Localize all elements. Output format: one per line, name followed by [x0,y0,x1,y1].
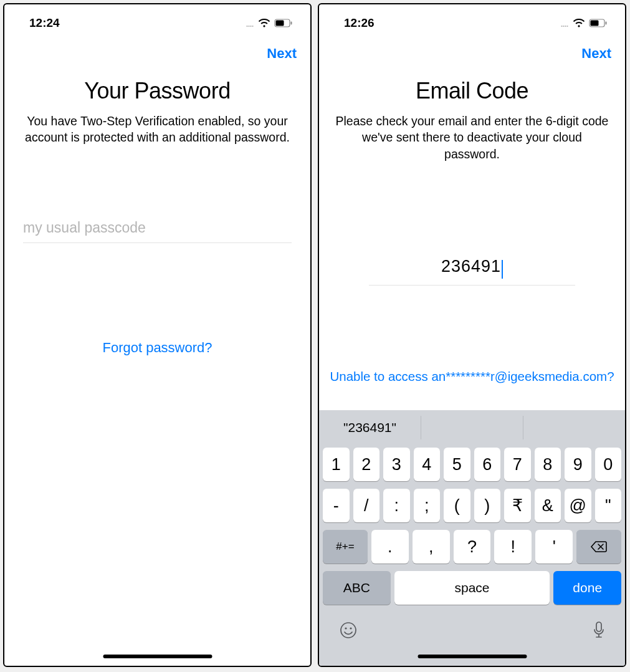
wifi-icon [258,19,270,28]
key-paren-open[interactable]: ( [444,489,470,522]
cellular-dots-icon: .... [246,17,253,30]
key-4[interactable]: 4 [414,448,441,481]
key-semicolon[interactable]: ; [414,489,441,522]
password-placeholder: my usual passcode [23,219,146,236]
key-colon[interactable]: : [383,489,410,522]
svg-point-6 [341,623,356,638]
status-indicators: .... [246,17,293,30]
suggestion-empty[interactable] [421,416,523,439]
mic-icon[interactable] [593,621,605,640]
key-2[interactable]: 2 [353,448,380,481]
keyboard-row-3: #+= . , ? ! ' [319,530,625,564]
keyboard-row-2: - / : ; ( ) ₹ & @ " [319,489,625,522]
page-title: Email Code [319,78,625,104]
page-subtitle: Please check your email and enter the 6-… [319,104,625,162]
next-button[interactable]: Next [581,46,611,62]
status-time: 12:24 [29,16,60,30]
svg-rect-5 [606,22,607,25]
keyboard-row-4: ABC space done [319,571,625,605]
key-quote[interactable]: " [595,489,622,522]
emoji-icon[interactable] [339,621,358,640]
key-paren-close[interactable]: ) [474,489,501,522]
key-slash[interactable]: / [353,489,380,522]
svg-rect-9 [596,622,601,631]
svg-point-8 [350,627,351,629]
status-time: 12:26 [344,16,375,30]
unable-access-link[interactable]: Unable to access an*********r@igeeksmedi… [319,369,625,384]
key-dash[interactable]: - [323,489,350,522]
keyboard: "236491" 1 2 3 4 5 6 7 8 9 0 - / : ; ( )… [319,410,625,666]
forgot-password-link[interactable]: Forgot password? [4,340,310,356]
page-subtitle: You have Two-Step Verification enabled, … [4,104,310,146]
key-0[interactable]: 0 [595,448,622,481]
keyboard-row-1: 1 2 3 4 5 6 7 8 9 0 [319,448,625,481]
nav-bar: Next [4,34,310,67]
code-input[interactable]: 236491 [369,257,575,286]
svg-rect-4 [591,21,599,26]
phone-screen-emailcode: 12:26 .... Next Email Code Please check … [318,3,626,667]
svg-rect-2 [291,22,292,25]
status-bar: 12:24 .... [4,4,310,34]
next-button[interactable]: Next [267,46,297,62]
home-indicator[interactable] [103,655,212,658]
battery-icon [589,19,608,27]
nav-bar: Next [319,34,625,67]
key-at[interactable]: @ [565,489,591,522]
key-question[interactable]: ? [454,530,491,564]
key-3[interactable]: 3 [383,448,410,481]
code-value: 236491 [441,257,501,276]
key-rupee[interactable]: ₹ [504,489,531,522]
text-cursor [502,260,503,279]
key-5[interactable]: 5 [444,448,470,481]
cellular-dots-icon: .... [560,17,568,30]
key-period[interactable]: . [371,530,409,564]
home-indicator[interactable] [418,655,527,658]
wifi-icon [573,19,585,28]
key-comma[interactable]: , [413,530,450,564]
key-ampersand[interactable]: & [535,489,561,522]
battery-icon [274,19,293,27]
key-8[interactable]: 8 [535,448,561,481]
status-bar: 12:26 .... [319,4,625,34]
key-apostrophe[interactable]: ' [535,530,573,564]
password-input[interactable]: my usual passcode [23,219,292,243]
svg-rect-1 [276,21,284,26]
key-7[interactable]: 7 [504,448,531,481]
key-9[interactable]: 9 [565,448,591,481]
key-1[interactable]: 1 [323,448,350,481]
status-indicators: .... [560,17,608,30]
page-title: Your Password [4,78,310,104]
key-abc[interactable]: ABC [323,571,391,605]
key-done[interactable]: done [553,571,621,605]
svg-point-7 [345,627,346,629]
key-symbols[interactable]: #+= [323,530,368,564]
key-backspace[interactable] [576,530,621,564]
key-exclaim[interactable]: ! [494,530,532,564]
phone-screen-password: 12:24 .... Next Your Password You have T… [3,3,312,667]
key-6[interactable]: 6 [474,448,501,481]
keyboard-bottom-row [319,612,625,640]
key-space[interactable]: space [394,571,550,605]
backspace-icon [590,540,608,553]
suggestion-empty[interactable] [523,416,625,439]
suggestion[interactable]: "236491" [319,416,421,439]
suggestion-bar: "236491" [319,410,625,445]
